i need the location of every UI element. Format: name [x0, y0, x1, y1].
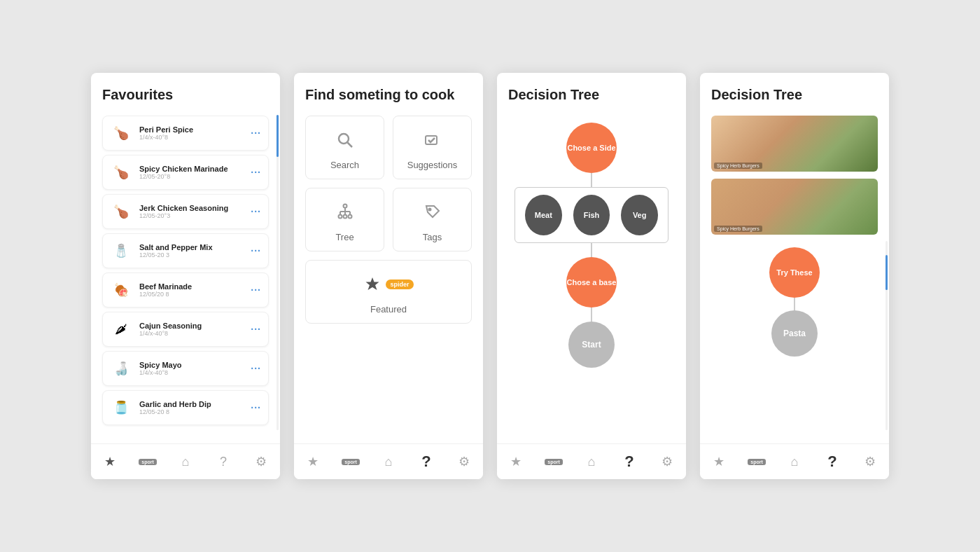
nav3-home-icon[interactable]: ⌂	[581, 451, 602, 472]
fav-name-8: Garlic and Herb Dip	[139, 400, 244, 408]
menu-tags[interactable]: Tags	[393, 188, 472, 251]
fav-date-8: 12/05-20 8	[139, 408, 244, 415]
connector-top	[591, 173, 592, 187]
fav-name-5: Beef Marinade	[139, 282, 244, 291]
node-fish[interactable]: Fish	[573, 195, 610, 235]
node-try-these[interactable]: Try These	[769, 247, 820, 298]
svg-point-12	[428, 209, 430, 211]
tags-label: Tags	[423, 232, 442, 242]
node-chose-base[interactable]: Chose a base	[566, 257, 617, 308]
decision-tree: Chose a Side Meat Fish Veg	[508, 116, 675, 375]
screen3-title: Decision Tree	[508, 87, 675, 103]
fav-item-3[interactable]: 🍗 Jerk Chicken Seasoning 12/05-20°3 ···	[102, 194, 269, 229]
node-meat[interactable]: Meat	[525, 195, 562, 235]
fav-item-4[interactable]: 🧂 Salt and Pepper Mix 12/05-20 3 ···	[102, 233, 269, 268]
fav-name-1: Peri Peri Spice	[139, 125, 244, 134]
fav-item-8[interactable]: 🫙 Garlic and Herb Dip 12/05-20 8 ···	[102, 390, 269, 425]
fav-more-3[interactable]: ···	[251, 206, 261, 217]
fav-name-6: Cajun Seasoning	[139, 322, 244, 330]
fav-info-4: Salt and Pepper Mix 12/05-20 3	[139, 243, 244, 258]
fav-name-2: Spicy Chicken Marinade	[139, 165, 244, 173]
node-start[interactable]: Start	[568, 322, 615, 368]
nav2-star-icon[interactable]: ★	[302, 451, 323, 472]
recipe-image-2: Spicy Herb Burgers	[711, 179, 878, 235]
tree-icon	[335, 200, 355, 225]
svg-point-6	[348, 215, 351, 219]
fav-info-8: Garlic and Herb Dip 12/05-20 8	[139, 400, 244, 415]
fav-more-1[interactable]: ···	[251, 127, 261, 139]
fav-item-1[interactable]: 🍗 Peri Peri Spice 1/4/x-40°8 ···	[102, 116, 269, 151]
nav2-settings-icon[interactable]: ⚙	[454, 451, 475, 472]
fav-date-1: 1/4/x-40°8	[139, 134, 244, 141]
node-chose-side[interactable]: Chose a Side	[566, 123, 617, 173]
fav-icon-1: 🍗	[110, 122, 132, 144]
menu-featured[interactable]: spider Featured	[305, 260, 472, 324]
fav-more-5[interactable]: ···	[251, 284, 261, 296]
nav-star-icon[interactable]: ★	[99, 451, 120, 472]
nav4-star-icon[interactable]: ★	[708, 451, 729, 472]
fav-icon-7: 🍶	[110, 357, 132, 380]
node-pasta[interactable]: Pasta	[771, 310, 818, 357]
nav3-settings-icon[interactable]: ⚙	[657, 451, 678, 472]
screen4-scrollbar[interactable]	[886, 241, 888, 430]
favourites-list: 🍗 Peri Peri Spice 1/4/x-40°8 ··· 🍗 Spicy…	[102, 116, 269, 425]
svg-point-0	[339, 134, 349, 144]
fav-info-2: Spicy Chicken Marinade 12/05-20°8	[139, 165, 244, 180]
fav-name-7: Spicy Mayo	[139, 361, 244, 369]
suggestions-icon	[423, 127, 442, 153]
nav-sport-badge[interactable]: sport	[137, 451, 158, 472]
fav-icon-3: 🍗	[110, 200, 132, 223]
nav4-help-icon[interactable]: ?	[822, 451, 843, 472]
fav-info-6: Cajun Seasoning 1/4/x-40°8	[139, 322, 244, 337]
nav3-help-icon[interactable]: ?	[619, 451, 640, 472]
nav4-home-icon[interactable]: ⌂	[784, 451, 805, 472]
menu-suggestions[interactable]: Suggestions	[393, 116, 472, 179]
svg-point-3	[343, 205, 346, 208]
featured-icon: spider	[363, 272, 413, 297]
fav-icon-5: 🍖	[110, 279, 132, 301]
fav-icon-6: 🌶	[110, 318, 132, 340]
screen-find: Find someting to cook Search	[294, 73, 483, 479]
featured-label: Featured	[370, 304, 407, 315]
fav-info-1: Peri Peri Spice 1/4/x-40°8	[139, 125, 244, 141]
scrollbar[interactable]	[276, 115, 279, 430]
fav-icon-4: 🧂	[110, 240, 132, 262]
fav-item-6[interactable]: 🌶 Cajun Seasoning 1/4/x-40°8 ···	[102, 312, 269, 347]
svg-rect-2	[426, 136, 437, 144]
fav-item-2[interactable]: 🍗 Spicy Chicken Marinade 12/05-20°8 ···	[102, 155, 269, 190]
fav-name-3: Jerk Chicken Seasoning	[139, 204, 244, 212]
nav3-star-icon[interactable]: ★	[505, 451, 526, 472]
decision-tree-detail: Try These Pasta	[711, 242, 878, 362]
menu-search[interactable]: Search	[305, 116, 384, 179]
nav2-sport-badge[interactable]: sport	[340, 451, 361, 472]
fav-date-3: 12/05-20°3	[139, 212, 244, 219]
nav2-home-icon[interactable]: ⌂	[378, 451, 399, 472]
fav-name-4: Salt and Pepper Mix	[139, 243, 244, 251]
connector-detail	[794, 298, 795, 310]
middle-box: Meat Fish Veg	[514, 187, 668, 243]
fav-item-5[interactable]: 🍖 Beef Marinade 12/05/20 8 ···	[102, 272, 269, 308]
recipe-image-1: Spicy Herb Burgers	[711, 116, 878, 172]
nav-home-icon[interactable]: ⌂	[175, 451, 196, 472]
fav-more-4[interactable]: ···	[251, 245, 261, 256]
nav2-help-icon[interactable]: ?	[416, 451, 437, 472]
fav-date-4: 12/05-20 3	[139, 251, 244, 258]
fav-more-8[interactable]: ···	[251, 402, 261, 413]
menu-grid: Search Suggestions	[305, 116, 472, 324]
nav4-sport-badge[interactable]: sport	[746, 451, 767, 472]
screen2-title: Find someting to cook	[305, 87, 472, 103]
node-veg[interactable]: Veg	[621, 195, 658, 235]
fav-item-7[interactable]: 🍶 Spicy Mayo 1/4/x-40°8 ···	[102, 351, 269, 386]
fav-more-7[interactable]: ···	[251, 363, 261, 374]
fav-more-6[interactable]: ···	[251, 324, 261, 335]
nav-settings-icon[interactable]: ⚙	[251, 451, 272, 472]
menu-tree[interactable]: Tree	[305, 188, 384, 251]
fav-icon-8: 🫙	[110, 396, 132, 419]
connector-bot	[591, 308, 592, 322]
nav3-sport-badge[interactable]: sport	[543, 451, 564, 472]
nav4-settings-icon[interactable]: ⚙	[860, 451, 881, 472]
fav-more-2[interactable]: ···	[251, 167, 261, 178]
svg-line-1	[347, 143, 352, 148]
fav-info-7: Spicy Mayo 1/4/x-40°8	[139, 361, 244, 376]
nav-help-icon[interactable]: ?	[213, 451, 234, 472]
